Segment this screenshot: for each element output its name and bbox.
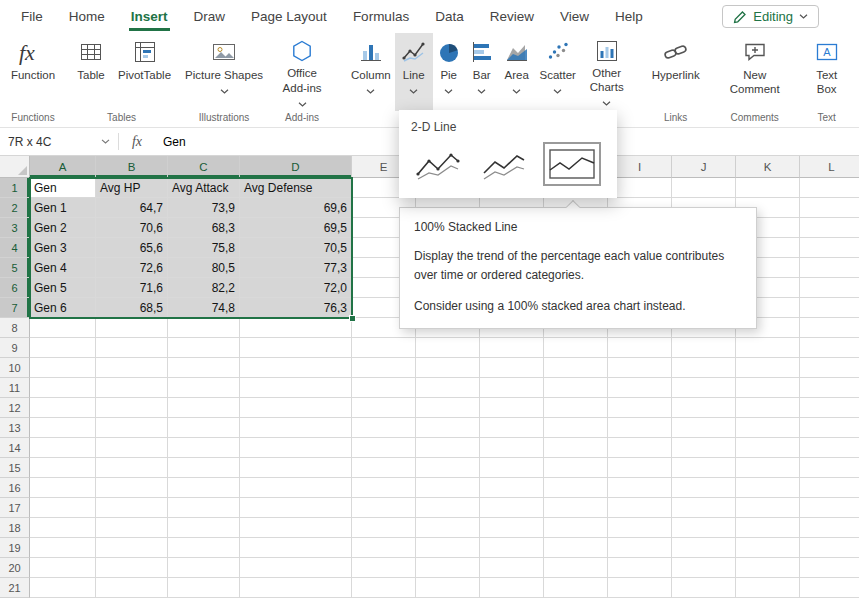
cell-A15[interactable] [30,458,96,478]
cell-A17[interactable] [30,498,96,518]
cell-K21[interactable] [736,578,800,598]
cell-K11[interactable] [736,378,800,398]
cell-F12[interactable] [416,398,480,418]
cell-C11[interactable] [168,378,240,398]
cell-C15[interactable] [168,458,240,478]
menu-tab-file[interactable]: File [8,0,56,33]
cell-G11[interactable] [480,378,544,398]
cell-J14[interactable] [672,438,736,458]
cell-K17[interactable] [736,498,800,518]
cell-F9[interactable] [416,338,480,358]
cell-F11[interactable] [416,378,480,398]
cell-C5[interactable]: 80,5 [168,258,240,278]
cell-J17[interactable] [672,498,736,518]
menu-tab-review[interactable]: Review [477,0,547,33]
cell-D11[interactable] [240,378,352,398]
cell-E21[interactable] [352,578,416,598]
cell-A21[interactable] [30,578,96,598]
cell-L18[interactable] [800,518,859,538]
cell-D19[interactable] [240,538,352,558]
cell-J20[interactable] [672,558,736,578]
cell-D14[interactable] [240,438,352,458]
cell-H15[interactable] [544,458,608,478]
cell-B5[interactable]: 72,6 [96,258,168,278]
cell-K13[interactable] [736,418,800,438]
cell-L6[interactable] [800,278,859,298]
cell-J10[interactable] [672,358,736,378]
cell-G19[interactable] [480,538,544,558]
cell-A10[interactable] [30,358,96,378]
cell-D7[interactable]: 76,3 [240,298,352,318]
row-header-16[interactable]: 16 [0,478,30,498]
cell-L4[interactable] [800,238,859,258]
function-button[interactable]: fx Function [4,33,62,111]
cell-F21[interactable] [416,578,480,598]
cell-D16[interactable] [240,478,352,498]
row-header-20[interactable]: 20 [0,558,30,578]
cell-F16[interactable] [416,478,480,498]
cell-G20[interactable] [480,558,544,578]
row-header-12[interactable]: 12 [0,398,30,418]
cell-C6[interactable]: 82,2 [168,278,240,298]
cell-I9[interactable] [608,338,672,358]
cell-J18[interactable] [672,518,736,538]
cell-A2[interactable]: Gen 1 [30,198,96,218]
cell-E19[interactable] [352,538,416,558]
column-header-C[interactable]: C [168,156,240,178]
cell-C4[interactable]: 75,8 [168,238,240,258]
cell-C10[interactable] [168,358,240,378]
cell-H9[interactable] [544,338,608,358]
cell-D1[interactable]: Avg Defense [240,178,352,198]
cell-C21[interactable] [168,578,240,598]
row-header-17[interactable]: 17 [0,498,30,518]
menu-tab-home[interactable]: Home [56,0,118,33]
cell-A16[interactable] [30,478,96,498]
cell-B19[interactable] [96,538,168,558]
cell-C16[interactable] [168,478,240,498]
cell-I21[interactable] [608,578,672,598]
cell-J11[interactable] [672,378,736,398]
cell-F20[interactable] [416,558,480,578]
cell-L10[interactable] [800,358,859,378]
cell-K20[interactable] [736,558,800,578]
pivottable-button[interactable]: PivotTable [114,33,175,111]
cell-J13[interactable] [672,418,736,438]
menu-tab-data[interactable]: Data [422,0,477,33]
cell-D12[interactable] [240,398,352,418]
row-header-5[interactable]: 5 [0,258,30,278]
cell-I20[interactable] [608,558,672,578]
cell-G15[interactable] [480,458,544,478]
cell-F17[interactable] [416,498,480,518]
cell-H17[interactable] [544,498,608,518]
insert-function-fx-icon[interactable]: fx [119,128,155,155]
cell-F15[interactable] [416,458,480,478]
cell-I10[interactable] [608,358,672,378]
cell-C7[interactable]: 74,8 [168,298,240,318]
select-all-corner[interactable] [0,156,30,178]
cell-H10[interactable] [544,358,608,378]
cell-D15[interactable] [240,458,352,478]
menu-tab-draw[interactable]: Draw [181,0,239,33]
cell-E13[interactable] [352,418,416,438]
cell-G10[interactable] [480,358,544,378]
cell-G17[interactable] [480,498,544,518]
row-header-11[interactable]: 11 [0,378,30,398]
new-comment-button[interactable]: New Comment [727,33,783,111]
pie-chart-button[interactable]: Pie [433,33,465,111]
cell-I13[interactable] [608,418,672,438]
cell-I1[interactable] [608,178,672,198]
cell-A4[interactable]: Gen 3 [30,238,96,258]
cell-D17[interactable] [240,498,352,518]
cell-A13[interactable] [30,418,96,438]
cell-F14[interactable] [416,438,480,458]
column-header-L[interactable]: L [800,156,859,178]
cell-B12[interactable] [96,398,168,418]
cell-C20[interactable] [168,558,240,578]
cell-B15[interactable] [96,458,168,478]
row-header-9[interactable]: 9 [0,338,30,358]
cell-J9[interactable] [672,338,736,358]
cell-A1[interactable]: Gen [30,178,96,198]
cell-L13[interactable] [800,418,859,438]
cell-L9[interactable] [800,338,859,358]
cell-L1[interactable] [800,178,859,198]
